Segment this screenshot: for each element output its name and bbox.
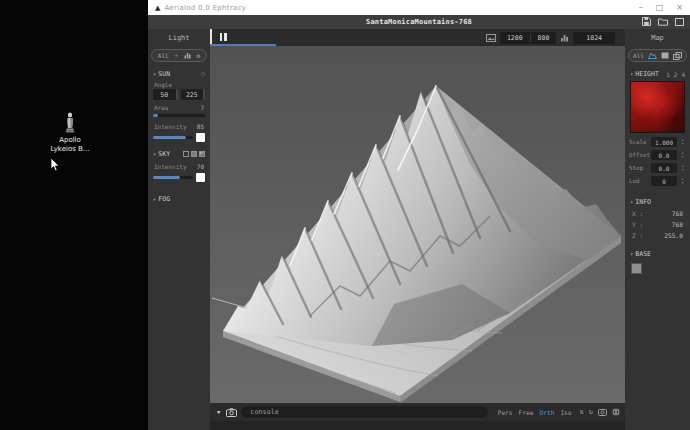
sun-toggle-icon[interactable]: ○ <box>201 70 205 78</box>
light-panel: All ☀ ⚙ ▾ SUN ○ Angle 50 225 <box>148 46 210 430</box>
viewport-edge-tick <box>210 29 212 44</box>
depth-option-1[interactable]: 1 <box>666 71 670 78</box>
area-value: 7 <box>200 104 204 111</box>
mode-orth[interactable]: Orth <box>539 409 554 416</box>
console-dropdown-button[interactable]: ▼ <box>215 409 222 415</box>
mode-pers[interactable]: Pers <box>498 409 513 416</box>
render-height-value[interactable]: 800 <box>531 34 557 42</box>
offset-field[interactable]: 0.0 <box>651 150 677 160</box>
shortcut-label-line1: Apollo <box>40 136 100 145</box>
camera-mode-switch: Pers Free Orth Iso <box>498 409 572 416</box>
map-panel-title: Map <box>651 34 664 42</box>
lod-field[interactable]: 0 <box>651 176 677 186</box>
save-icon[interactable] <box>642 17 651 26</box>
tab-all[interactable]: All <box>158 52 169 59</box>
chevron-down-icon: ▾ <box>153 71 156 77</box>
layers-icon[interactable] <box>673 52 682 60</box>
sun-intensity-label: Intensity <box>154 123 187 130</box>
sun-color-swatch[interactable] <box>196 133 205 142</box>
info-section-title: INFO <box>635 198 651 206</box>
lod-stepper[interactable]: ▴ ▾ <box>679 177 686 185</box>
desktop-shortcut-apollo[interactable]: Apollo Lykeios B... <box>40 112 100 154</box>
sky-section-header[interactable]: ▾ SKY <box>150 149 208 159</box>
offset-stepper[interactable]: ▴ ▾ <box>679 151 686 159</box>
lod-label: Lod <box>629 178 649 184</box>
terrain-render <box>210 46 625 403</box>
sun-icon[interactable]: ☀ <box>174 52 178 59</box>
sky-section-title: SKY <box>158 150 170 158</box>
sky-mode-image-icon[interactable] <box>199 151 205 157</box>
open-folder-icon[interactable] <box>658 18 668 26</box>
window-titlebar[interactable]: ▲ Aerialod 0.0 Ephtracy – □ × <box>148 0 690 15</box>
maximize-button[interactable]: □ <box>656 4 664 12</box>
scale-label: Scale <box>629 139 649 145</box>
scale-stepper[interactable]: ▴ ▾ <box>679 138 686 146</box>
camera-icon <box>226 408 237 417</box>
globe-icon[interactable] <box>612 408 620 416</box>
step-down-icon[interactable]: ▾ <box>681 181 684 185</box>
step-down-icon[interactable]: ▾ <box>681 155 684 159</box>
document-title: SantaMonicaMountains-768 <box>366 18 472 26</box>
depth-option-4[interactable]: 4 <box>681 71 685 78</box>
mode-free[interactable]: Free <box>519 409 534 416</box>
sun-intensity-slider[interactable] <box>153 136 193 139</box>
view-camera-icon[interactable] <box>598 408 607 416</box>
render-width-value[interactable]: 1200 <box>500 34 530 42</box>
step-down-icon[interactable]: ▾ <box>681 142 684 146</box>
sky-intensity-slider[interactable] <box>153 176 193 179</box>
tab-all[interactable]: All <box>633 52 644 59</box>
step-stepper[interactable]: ▴ ▾ <box>679 164 686 172</box>
samples-value[interactable]: 1024 <box>573 34 615 42</box>
sun-section-header[interactable]: ▾ SUN ○ <box>150 69 208 79</box>
sky-color-swatch[interactable] <box>196 173 205 182</box>
minimize-button[interactable]: – <box>639 4 643 12</box>
statue-icon <box>62 112 78 134</box>
sun-intensity-value: 85 <box>197 123 204 130</box>
sky-mode-gradient-icon[interactable] <box>191 151 197 157</box>
render-viewport[interactable] <box>210 46 625 403</box>
height-section-header[interactable]: ▾ HEIGHT 1 2 4 <box>627 69 688 79</box>
close-button[interactable]: × <box>676 4 683 12</box>
fog-section-title: FOG <box>158 195 170 203</box>
mode-iso[interactable]: Iso <box>560 409 571 416</box>
sky-intensity-value: 70 <box>197 163 204 170</box>
sky-mode-uniform-icon[interactable] <box>183 151 189 157</box>
angle-label: Angle <box>150 79 208 89</box>
info-section-header[interactable]: ▾ INFO <box>627 197 688 207</box>
samples-histogram-icon <box>560 34 569 42</box>
sun-area-slider[interactable] <box>153 114 205 117</box>
app-logo-icon: ▲ <box>155 4 160 12</box>
image-card-icon[interactable] <box>661 52 669 59</box>
chevron-down-icon: ▾ <box>630 251 633 257</box>
mountain-icon[interactable] <box>648 52 657 59</box>
bars-icon[interactable] <box>184 52 191 59</box>
info-x-label: X : <box>632 210 643 217</box>
console-input[interactable] <box>241 406 487 418</box>
step-field[interactable]: 0.0 <box>651 163 677 173</box>
swap-axes-icon[interactable]: ⇅ <box>580 409 584 416</box>
step-down-icon[interactable]: ▾ <box>681 168 684 172</box>
screenshot-button[interactable] <box>226 408 237 417</box>
render-size-field[interactable]: 1200 800 <box>500 32 556 44</box>
scale-field[interactable]: 1.000 <box>651 137 677 147</box>
map-panel-tab[interactable]: Map <box>625 29 690 46</box>
sky-intensity-label: Intensity <box>154 163 187 170</box>
base-section-header[interactable]: ▾ BASE <box>627 249 688 259</box>
map-panel: All ▾ HEIGHT 1 2 4 <box>625 46 690 430</box>
gear-icon[interactable]: ⚙ <box>197 52 201 59</box>
fog-section-header[interactable]: ▸ FOG <box>150 194 208 204</box>
info-z-label: Z : <box>632 232 643 239</box>
chevron-down-icon: ▾ <box>630 71 633 77</box>
reset-rotation-icon[interactable]: ↻ <box>589 409 593 416</box>
map-tab-bar: All <box>628 49 687 62</box>
pause-render-button[interactable] <box>217 32 229 42</box>
base-color-swatch[interactable] <box>631 263 642 274</box>
depth-option-2[interactable]: 2 <box>674 71 678 78</box>
samples-field[interactable]: 1024 <box>573 32 615 44</box>
light-tab-bar: All ☀ ⚙ <box>151 49 207 62</box>
light-panel-tab[interactable]: Light <box>148 29 210 46</box>
heightmap-thumbnail[interactable] <box>630 81 685 133</box>
export-frame-icon[interactable] <box>675 18 684 26</box>
sun-angle-y-field[interactable]: 225 <box>181 89 206 100</box>
sun-angle-x-field[interactable]: 50 <box>153 89 178 100</box>
